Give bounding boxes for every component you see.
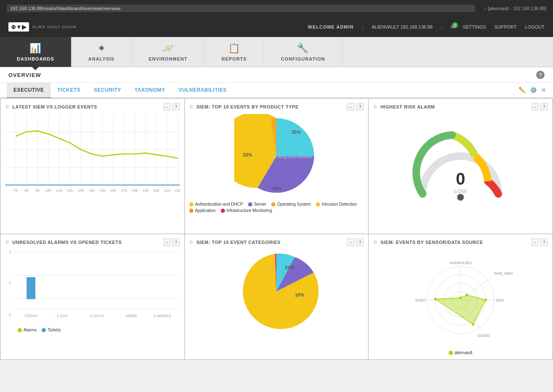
browser-title: -- [alienvault - 192.168.136.88] (484, 6, 546, 11)
alienvault-label: alienvault (455, 350, 472, 355)
unresolved-legend: Alarms Tickets (5, 325, 180, 335)
drag-handle[interactable]: ≡ (5, 103, 9, 111)
nav-analysis[interactable]: ⌖ ANALYSIS (71, 37, 132, 67)
nav-configuration-label: CONFIGURATION (281, 56, 325, 61)
line-chart: 7h 8h 9h 10h 11h 12h 13h 14h 15h 16h 17h… (5, 114, 180, 194)
help-btn-3[interactable]: ? (540, 103, 548, 111)
legend-infra: Infrastructure Monitoring (221, 208, 272, 213)
edit-icon[interactable]: ✏️ (519, 87, 526, 93)
svg-text:-1 DAY: -1 DAY (56, 314, 68, 318)
unresolved-title: UNRESOLVED ALARMS VS OPENED TICKETS (12, 240, 122, 245)
watermark: http://blog.osda.net/demo (270, 155, 312, 159)
minimize-btn-2[interactable]: – (347, 103, 355, 111)
minimize-btn-3[interactable]: – (531, 103, 539, 111)
widget-siem-logger-header: ≡ LATEST SIEM VS LOGGER EVENTS – ? (5, 103, 180, 111)
legend-dot-ids (316, 202, 320, 207)
settings-icon[interactable]: ⚙️ (530, 87, 537, 93)
svg-text:0: 0 (456, 170, 465, 188)
help-button[interactable]: ? (536, 71, 545, 79)
minimize-btn-5[interactable]: – (347, 238, 355, 246)
tab-taxonomy[interactable]: TAXONOMY (128, 83, 172, 98)
help-btn[interactable]: ? (172, 103, 180, 111)
mail-badge-count: 2 (452, 22, 458, 28)
svg-text:16h: 16h (110, 188, 116, 192)
nav-dashboards-wrap: 📊 DASHBOARDS (0, 37, 71, 67)
svg-text:8h: 8h (25, 188, 29, 192)
legend-dot-auth (189, 202, 193, 207)
nav-environment[interactable]: 🪐 ENVIRONMENT (132, 37, 204, 67)
svg-text:22h: 22h (175, 188, 180, 192)
drag-handle-3[interactable]: ≡ (373, 103, 377, 111)
legend-dot-app (189, 209, 193, 213)
tab-executive[interactable]: EXECUTIVE (7, 83, 51, 98)
svg-text:14h: 14h (88, 188, 95, 192)
minimize-btn-4[interactable]: – (163, 238, 171, 246)
svg-point-63 (472, 323, 474, 326)
widget-unresolved: ≡ UNRESOLVED ALARMS VS OPENED TICKETS – … (1, 234, 184, 359)
radar-legend: alienvault (449, 350, 472, 355)
logo-area: ⊕▼▶ ALIEN VAULT OSSIM (8, 22, 76, 32)
help-btn-2[interactable]: ? (356, 103, 364, 111)
drag-handle-6[interactable]: ≡ (373, 238, 377, 246)
logo-text: ALIEN VAULT OSSIM (32, 25, 77, 29)
drag-handle-2[interactable]: ≡ (189, 103, 193, 111)
nav-dashboards[interactable]: 📊 DASHBOARDS (0, 37, 71, 67)
svg-text:ANOMALIES: ANOMALIES (450, 261, 472, 265)
nav-analysis-label: ANALYSIS (88, 56, 115, 61)
svg-text:LOW: LOW (454, 188, 467, 194)
dashboards-icon: 📊 (29, 43, 41, 54)
svg-point-62 (484, 299, 487, 301)
svg-text:20h: 20h (153, 188, 160, 192)
highest-risk-title: HIGHEST RISK ALARM (381, 104, 435, 109)
minimize-btn[interactable]: – (163, 103, 171, 111)
mail-icon[interactable]: ✉ 2 (451, 24, 455, 30)
svg-text:17h: 17h (121, 188, 127, 192)
svg-text:OSSEC: OSSEC (477, 334, 491, 338)
top10-product-title: SIEM: TOP 10 EVENTS BY PRODUCT TYPE (196, 104, 299, 109)
nav-configuration[interactable]: 🔧 CONFIGURATION (264, 37, 342, 67)
svg-point-61 (466, 294, 468, 296)
radar-chart: ANOMALIES PAM_UNIX SSH OSSEC SUDO alienv… (373, 249, 548, 355)
widget-top10-product: ≡ SIEM: TOP 10 EVENTS BY PRODUCT TYPE – … (185, 99, 368, 233)
overview-title: OVERVIEW (8, 72, 41, 78)
settings-link[interactable]: SETTINGS (463, 24, 486, 29)
pie-chart-product: 25% 33% 40% http://blog.osda.net/demo Au… (189, 114, 364, 215)
legend-os: Operating System (271, 202, 311, 207)
cat-pct-24: 24% (285, 265, 294, 270)
minimize-btn-6[interactable]: – (531, 238, 539, 246)
svg-text:13h: 13h (78, 188, 84, 192)
tabs-left: EXECUTIVE TICKETS SECURITY TAXONOMY VULN… (7, 83, 233, 97)
help-btn-5[interactable]: ? (356, 238, 364, 246)
svg-text:WEEK: WEEK (126, 314, 138, 318)
y-axis: 2 1 0 (5, 249, 13, 325)
svg-text:15h: 15h (99, 188, 106, 192)
close-icon[interactable]: ✕ (541, 87, 546, 93)
tabs-bar: EXECUTIVE TICKETS SECURITY TAXONOMY VULN… (0, 83, 553, 98)
sensor-source-title: SIEM: EVENTS BY SENSOR/DATA SOURCE (381, 240, 483, 245)
legend-dot-os (271, 202, 275, 207)
drag-handle-4[interactable]: ≡ (5, 238, 9, 246)
svg-text:11h: 11h (56, 188, 62, 192)
svg-text:TODAY: TODAY (24, 314, 38, 318)
alarms-label: Alarms (24, 328, 37, 332)
help-btn-4[interactable]: ? (172, 238, 180, 246)
legend-server: Server (248, 202, 266, 207)
pie-categories: 24% 10% (189, 249, 364, 335)
gauge-chart: 0 LOW (373, 114, 548, 215)
tab-tickets[interactable]: TICKETS (51, 83, 87, 98)
configuration-icon: 🔧 (297, 43, 309, 54)
environment-icon: 🪐 (162, 43, 174, 54)
nav-reports[interactable]: 📋 REPORTS (205, 37, 264, 67)
reports-icon: 📋 (228, 43, 240, 54)
help-btn-6[interactable]: ? (540, 238, 548, 246)
support-link[interactable]: SUPPORT (495, 24, 517, 29)
tab-security[interactable]: SECURITY (87, 83, 128, 98)
pct-40: 40% (272, 186, 281, 191)
address-bar[interactable]: 192.168.136.88/ossim/#dashboard/overview… (7, 5, 475, 12)
logout-link[interactable]: LOGOUT (525, 24, 545, 29)
widget-top10-categories: ≡ SIEM: TOP 10 EVENT CATEGORIES – ? (185, 234, 368, 359)
legend-auth: Authentication and DHCP (189, 202, 243, 207)
pct-25: 25% (291, 130, 301, 135)
drag-handle-5[interactable]: ≡ (189, 238, 193, 246)
tab-vulnerabilities[interactable]: VULNERABILITIES (172, 83, 234, 98)
